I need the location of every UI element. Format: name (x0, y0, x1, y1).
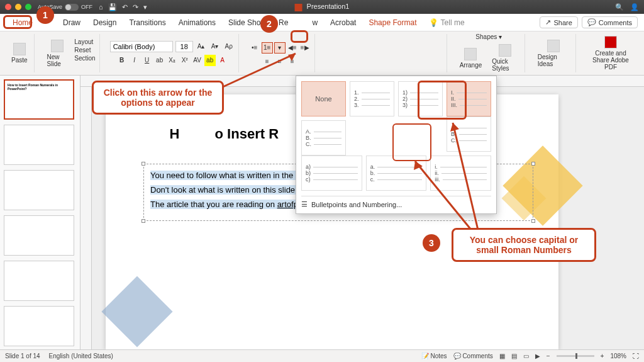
slide-thumbnail-4[interactable] (4, 215, 74, 256)
clipboard-group: Paste (5, 34, 35, 72)
shapes-dropdown[interactable]: Shapes ▾ (475, 33, 502, 40)
window-controls[interactable] (5, 4, 31, 10)
subscript-button[interactable]: X₂ (167, 55, 178, 66)
resize-handle[interactable] (531, 162, 535, 166)
decorative-shape-blue (101, 276, 172, 347)
quick-styles-icon (499, 44, 511, 57)
tab-animations[interactable]: Animations (172, 16, 222, 30)
zoom-slider[interactable] (557, 355, 594, 357)
slide-thumbnail-5[interactable] (4, 261, 74, 301)
annotation-box-numbering-btn (291, 30, 308, 43)
annotation-callout-2: You can choose capital or small Roman Nu… (452, 228, 596, 262)
increase-font-icon[interactable]: A▴ (196, 41, 207, 52)
tab-design[interactable]: Design (87, 16, 123, 30)
resize-handle[interactable] (142, 162, 145, 166)
user-icon[interactable]: 👤 (630, 3, 639, 11)
adobe-pdf-button[interactable]: Create and Share Adobe PDF (586, 35, 635, 72)
slide-counter[interactable]: Slide 1 of 14 (5, 353, 40, 359)
bold-button[interactable]: B (116, 55, 128, 66)
save-icon[interactable]: 💾 (108, 3, 117, 11)
slide-thumbnail-1[interactable]: How to Insert Roman Numerals in PowerPoi… (4, 79, 74, 120)
reading-view-icon[interactable]: ▭ (523, 353, 529, 359)
drawing-group-spacer (321, 34, 447, 72)
share-button[interactable]: ↗ Share (540, 16, 577, 28)
drawing-group: Shapes ▾ Arrange Quick Styles (453, 34, 525, 72)
indent-decrease-icon[interactable]: ◀≡ (287, 42, 298, 54)
tab-view[interactable]: w (306, 16, 324, 30)
numbering-button[interactable]: 1≡ (262, 42, 273, 54)
language-indicator[interactable]: English (United States) (49, 353, 113, 359)
adobe-group: Create and Share Adobe PDF (582, 34, 639, 72)
arrange-icon (464, 48, 477, 60)
tab-acrobat[interactable]: Acrobat (324, 16, 362, 30)
tab-draw[interactable]: Draw (57, 16, 87, 30)
strikethrough-button[interactable]: ab (154, 55, 165, 66)
resize-handle[interactable] (531, 219, 535, 223)
new-slide-button[interactable]: New Slide (45, 38, 71, 69)
zoom-in-button[interactable]: + (601, 353, 604, 359)
resize-handle[interactable] (142, 219, 145, 223)
numbering-dropdown-arrow[interactable]: ▾ (274, 42, 286, 54)
slides-thumbnail-panel[interactable]: 1 How to Insert Roman Numerals in PowerP… (0, 76, 80, 349)
svg-line-0 (220, 54, 296, 88)
maximize-window-icon[interactable] (25, 4, 31, 10)
slide-thumbnail-2[interactable] (4, 125, 74, 165)
redo-icon[interactable]: ↷ (133, 3, 138, 11)
comments-button[interactable]: 💬 Comments (582, 16, 638, 28)
fit-slide-icon[interactable]: ⛶ (633, 353, 639, 359)
slideshow-view-icon[interactable]: ▶ (535, 353, 540, 359)
superscript-button[interactable]: X² (179, 55, 191, 66)
quick-styles-button[interactable]: Quick Styles (489, 43, 521, 73)
clear-format-icon[interactable]: Aρ (223, 41, 235, 52)
font-name-input[interactable] (110, 41, 173, 52)
text-line-1[interactable]: You need to follow what is written in th… (150, 171, 319, 180)
font-group: A▴ A▾ Aρ B I U ab X₂ X² AV ab A (106, 34, 239, 72)
font-size-input[interactable] (175, 41, 193, 52)
bullets-button[interactable]: •≡ (249, 42, 260, 54)
numbering-option-alpha-lower-paren[interactable]: a) b) c) (301, 156, 362, 191)
annotation-box-roman-upper (418, 81, 467, 120)
home-icon[interactable]: ⌂ (99, 3, 103, 11)
reset-button[interactable]: Reset (74, 47, 95, 54)
search-icon[interactable]: 🔍 (615, 3, 624, 11)
numbering-option-alpha-upper[interactable]: A. B. C. (301, 120, 346, 156)
layout-button[interactable]: Layout (74, 38, 95, 45)
close-window-icon[interactable] (5, 4, 11, 10)
notes-button[interactable]: 📝 Notes (421, 353, 447, 359)
slide-thumbnail-3[interactable] (4, 170, 74, 210)
arrange-button[interactable]: Arrange (457, 43, 485, 73)
annotation-box-home-tab (3, 15, 32, 29)
underline-button[interactable]: U (142, 55, 153, 66)
indent-increase-icon[interactable]: ≡▶ (299, 42, 311, 54)
design-ideas-button[interactable]: Design Ideas (535, 38, 572, 69)
section-button[interactable]: Section (74, 55, 95, 62)
highlight-button[interactable]: ab (204, 55, 216, 66)
tab-shape-format[interactable]: Shape Format (362, 16, 423, 30)
sorter-view-icon[interactable]: ▤ (511, 353, 517, 359)
annotation-circle-2: 2 (260, 15, 278, 33)
more-icon[interactable]: ▾ (143, 3, 147, 11)
tab-transitions[interactable]: Transitions (123, 16, 172, 30)
zoom-out-button[interactable]: − (547, 353, 550, 359)
slide-thumbnail-6[interactable] (4, 306, 74, 346)
normal-view-icon[interactable]: ▦ (499, 353, 505, 359)
designer-group: Design Ideas (531, 34, 576, 72)
ribbon-content: Paste New Slide Layout Reset Section A▴ … (0, 31, 644, 76)
annotation-circle-3: 3 (423, 234, 440, 252)
numbering-option-arabic-period[interactable]: 1. 2. 3. (350, 81, 394, 116)
text-spacing-button[interactable]: AV (192, 55, 203, 66)
paste-button[interactable]: Paste (9, 42, 30, 65)
annotation-circle-1: 1 (36, 6, 54, 24)
tell-me-search[interactable]: 💡 Tell me (423, 16, 470, 30)
quick-access-toolbar: ⌂ 💾 ↶ ↷ ▾ (99, 3, 147, 11)
italic-button[interactable]: I (129, 55, 140, 66)
undo-icon[interactable]: ↶ (122, 3, 128, 11)
zoom-level[interactable]: 108% (610, 353, 626, 359)
minimize-window-icon[interactable] (15, 4, 21, 10)
toggle-icon[interactable] (65, 4, 79, 11)
document-title: Presentation1 (295, 3, 350, 11)
ribbon-tabbar: Home Draw Design Transitions Animations … (0, 14, 644, 31)
new-slide-icon (51, 40, 64, 52)
decrease-font-icon[interactable]: A▾ (209, 41, 221, 52)
comments-status-button[interactable]: 💬 Comments (453, 353, 493, 359)
